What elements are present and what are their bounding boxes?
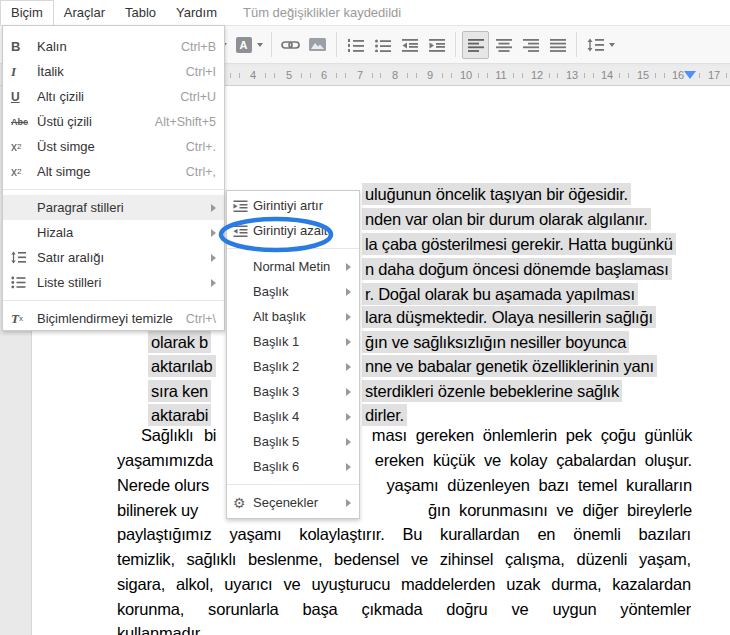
submenu-arrow-icon bbox=[211, 279, 216, 287]
insert-image-button[interactable] bbox=[305, 32, 330, 58]
doc-text-line: yaşamımızda bbox=[117, 450, 213, 470]
ruler-number: 12 bbox=[528, 69, 546, 82]
align-center-icon bbox=[495, 38, 513, 52]
bulleted-list-button[interactable] bbox=[370, 32, 395, 58]
doc-text-line: la çaba gösterilmesi gerekir. Hatta bugü… bbox=[362, 233, 676, 255]
submenu-item-secenekler[interactable]: ⚙ Seçenekler bbox=[227, 490, 359, 515]
doc-text-line: sıra ken bbox=[148, 380, 211, 402]
menu-item-paragraf-stilleri[interactable]: Paragraf stilleri bbox=[3, 195, 224, 220]
decrease-indent-button[interactable] bbox=[397, 32, 422, 58]
submenu-arrow-icon bbox=[211, 254, 216, 262]
superscript-icon: x2 bbox=[11, 140, 37, 154]
submenu-arrow-icon bbox=[346, 499, 351, 507]
doc-text-line: nne ve babalar genetik özelliklerinin ya… bbox=[362, 355, 657, 377]
doc-text-line: Nerede olurs bbox=[117, 475, 209, 495]
decrease-indent-icon bbox=[401, 38, 419, 52]
submenu-arrow-icon bbox=[346, 438, 351, 446]
highlight-color-icon: A bbox=[236, 37, 252, 53]
submenu-item-baslik-2[interactable]: Başlık 2 bbox=[227, 354, 359, 379]
justify-button[interactable] bbox=[545, 32, 570, 58]
increase-indent-icon bbox=[428, 38, 446, 52]
ruler-number: 10 bbox=[457, 69, 475, 82]
menu-item-alt-simge[interactable]: x2 Alt simge Ctrl+, bbox=[3, 159, 224, 184]
numbered-list-icon bbox=[347, 38, 365, 52]
submenu-item-baslik-3[interactable]: Başlık 3 bbox=[227, 379, 359, 404]
line-spacing-icon bbox=[587, 38, 605, 52]
menu-item-hizala[interactable]: Hizala bbox=[3, 220, 224, 245]
submenu-item-baslik[interactable]: Başlık bbox=[227, 279, 359, 304]
doc-text-line: Sağlıklı bi bbox=[141, 425, 216, 445]
menu-item-bicimlendirmeyi-temizle[interactable]: Tx Biçimlendirmeyi temizle Ctrl+\ bbox=[3, 306, 224, 331]
align-right-icon bbox=[522, 38, 540, 52]
ruler-number: 8 bbox=[389, 69, 401, 82]
menu-divider bbox=[227, 484, 359, 485]
doc-text-line: paylaştığımız yaşamı kolaylaştırır. Bu k… bbox=[117, 524, 691, 545]
submenu-arrow-icon bbox=[346, 288, 351, 296]
ruler-number: 11 bbox=[492, 69, 509, 82]
toolbar-divider bbox=[336, 32, 337, 57]
menu-item-ustu-cizili[interactable]: Abc Üstü çizili Alt+Shift+5 bbox=[3, 109, 224, 134]
submenu-item-baslik-6[interactable]: Başlık 6 bbox=[227, 454, 359, 479]
format-menu: B Kalın Ctrl+B I İtalik Ctrl+I U Altı çi… bbox=[2, 25, 225, 331]
menubar-item-araclar[interactable]: Araçlar bbox=[54, 1, 115, 24]
doc-text-line: aktarılab bbox=[148, 355, 216, 377]
submenu-item-baslik-4[interactable]: Başlık 4 bbox=[227, 404, 359, 429]
doc-text-line: ması gereken önlemlerin pek çoğu günlük bbox=[362, 425, 692, 445]
doc-text-line: lara düşmektedir. Olaya nesillerin sağlı… bbox=[362, 306, 656, 328]
menu-item-alti-cizili[interactable]: U Altı çizili Ctrl+U bbox=[3, 84, 224, 109]
menu-item-satir-araligi[interactable]: Satır aralığı bbox=[3, 245, 224, 270]
doc-text-line: dirler. bbox=[362, 404, 407, 426]
menu-item-italik[interactable]: I İtalik Ctrl+I bbox=[3, 59, 224, 84]
numbered-list-button[interactable] bbox=[343, 32, 368, 58]
subscript-icon: x2 bbox=[11, 165, 37, 179]
increase-indent-button[interactable] bbox=[424, 32, 449, 58]
highlight-dropdown-icon[interactable] bbox=[257, 43, 263, 47]
align-center-button[interactable] bbox=[491, 32, 516, 58]
ruler-number: 6 bbox=[318, 69, 330, 82]
menu-divider bbox=[3, 300, 224, 301]
submenu-arrow-icon bbox=[346, 338, 351, 346]
submenu-item-baslik-5[interactable]: Başlık 5 bbox=[227, 429, 359, 454]
google-docs-app: A A bbox=[0, 0, 730, 635]
toolbar-divider bbox=[576, 32, 577, 57]
menu-item-kalin[interactable]: B Kalın Ctrl+B bbox=[3, 34, 224, 59]
highlight-color-button[interactable]: A bbox=[231, 32, 256, 58]
menu-item-ust-simge[interactable]: x2 Üst simge Ctrl+. bbox=[3, 134, 224, 159]
submenu-arrow-icon bbox=[346, 263, 351, 271]
ruler-number: 14 bbox=[598, 69, 616, 82]
doc-text-line: kullanmadır. bbox=[117, 623, 204, 635]
link-icon bbox=[281, 39, 300, 51]
submenu-arrow-icon bbox=[211, 229, 216, 237]
ruler-number: 4 bbox=[247, 69, 259, 82]
menubar-item-tablo[interactable]: Tablo bbox=[115, 1, 166, 24]
bold-icon: B bbox=[11, 39, 37, 54]
underline-icon: U bbox=[11, 90, 37, 104]
menu-item-liste-stilleri[interactable]: Liste stilleri bbox=[3, 270, 224, 295]
menubar-item-yardim[interactable]: Yardım bbox=[166, 1, 227, 24]
submenu-item-girintiyi-azalt[interactable]: Girintiyi azalt bbox=[227, 218, 359, 243]
line-spacing-dropdown-icon[interactable] bbox=[609, 43, 615, 47]
doc-text-line: yaşamı düzenleyen bazı temel kuralların bbox=[362, 475, 692, 495]
right-indent-marker[interactable] bbox=[684, 71, 696, 79]
submenu-arrow-icon bbox=[346, 413, 351, 421]
line-spacing-button[interactable] bbox=[583, 32, 608, 58]
submenu-arrow-icon bbox=[346, 463, 351, 471]
menubar-item-bicim[interactable]: Biçim bbox=[0, 0, 54, 25]
insert-link-button[interactable] bbox=[278, 32, 303, 58]
submenu-item-alt-baslik[interactable]: Alt başlık bbox=[227, 304, 359, 329]
doc-text-line: ğın korunmasını ve diğer bireylerle bbox=[362, 500, 692, 520]
doc-text-line: ereken küçük ve kolay çabalardan oluşur. bbox=[362, 450, 692, 470]
ruler-number: 5 bbox=[283, 69, 295, 82]
submenu-item-baslik-1[interactable]: Başlık 1 bbox=[227, 329, 359, 354]
doc-text-line: sterdikleri özenle bebeklerine sağlık bbox=[362, 380, 622, 402]
submenu-item-normal-metin[interactable]: Normal Metin bbox=[227, 254, 359, 279]
indent-decrease-icon bbox=[233, 225, 253, 237]
submenu-item-girintiyi-artir[interactable]: Girintiyi artır bbox=[227, 193, 359, 218]
align-right-button[interactable] bbox=[518, 32, 543, 58]
ruler-number: 15 bbox=[634, 69, 652, 82]
doc-text-line: aktarabi bbox=[148, 404, 211, 426]
menu-divider bbox=[3, 189, 224, 190]
align-left-button[interactable] bbox=[462, 31, 489, 59]
doc-text-line: olarak b bbox=[148, 331, 211, 353]
indent-increase-icon bbox=[233, 200, 253, 212]
